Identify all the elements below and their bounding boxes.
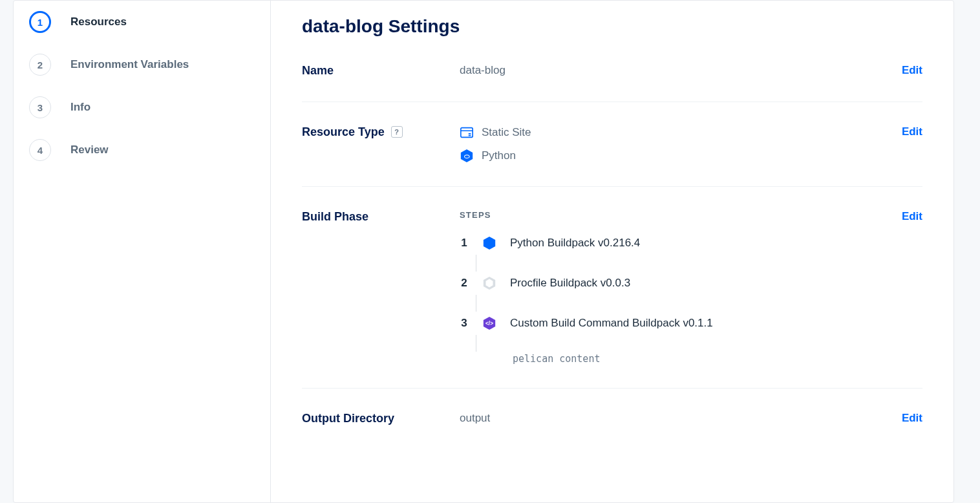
resource-type-values: Static Site ⬭ Python [460, 125, 902, 163]
build-phase-content: STEPS 1 Python Buildpack v0.216.4 [460, 210, 902, 365]
wizard-step-number: 1 [29, 11, 51, 33]
resource-type-static-site: Static Site [460, 125, 902, 140]
wizard-step-info[interactable]: 3 Info [14, 86, 270, 129]
build-step-command: pelican content [513, 353, 902, 365]
build-step-procfile: 2 Procfile Buildpack v0.0.3 [460, 275, 902, 291]
python-icon [482, 235, 497, 251]
wizard-step-number: 4 [29, 139, 51, 161]
help-icon[interactable]: ? [391, 126, 403, 138]
resource-type-text: Python [482, 149, 516, 162]
steps-heading: STEPS [460, 210, 902, 220]
wizard-step-resources[interactable]: 1 Resources [14, 1, 270, 43]
edit-build-phase-button[interactable]: Edit [902, 210, 922, 223]
section-build-phase: Build Phase STEPS 1 Python Buildpack v0.… [302, 210, 922, 389]
wizard-step-label: Review [70, 144, 109, 156]
step-connector [476, 295, 476, 312]
procfile-icon [482, 275, 497, 291]
wizard-step-label: Environment Variables [70, 58, 189, 71]
svg-marker-6 [484, 237, 495, 250]
static-site-icon [460, 125, 474, 140]
section-name: Name data-blog Edit [302, 64, 922, 102]
build-step-python: 1 Python Buildpack v0.216.4 [460, 235, 902, 251]
wizard-stepper: 1 Resources 2 Environment Variables 3 In… [14, 1, 271, 502]
wizard-step-label: Resources [70, 16, 127, 28]
svg-rect-0 [461, 127, 473, 137]
build-step-number: 2 [460, 277, 469, 290]
edit-name-button[interactable]: Edit [902, 64, 922, 77]
resource-type-text: Static Site [482, 126, 531, 139]
section-label-resource-type: Resource Type ? [302, 125, 460, 140]
section-output-directory: Output Directory output Edit [302, 412, 922, 449]
name-value: data-blog [460, 64, 902, 77]
output-directory-value: output [460, 412, 902, 425]
section-resource-type: Resource Type ? Static Si [302, 125, 922, 187]
build-step-name: Python Buildpack v0.216.4 [510, 237, 640, 250]
edit-resource-type-button[interactable]: Edit [902, 125, 922, 138]
page-root: 1 Resources 2 Environment Variables 3 In… [0, 0, 980, 503]
section-label-build-phase: Build Phase [302, 210, 460, 224]
settings-card: 1 Resources 2 Environment Variables 3 In… [13, 0, 954, 503]
svg-text:</>: </> [485, 321, 493, 326]
step-connector [476, 335, 476, 352]
svg-text:⬭: ⬭ [463, 152, 470, 159]
settings-main: data-blog Settings Name data-blog Edit R… [271, 1, 953, 502]
custom-build-icon: </> [482, 316, 497, 331]
build-step-number: 3 [460, 317, 469, 330]
wizard-step-label: Info [70, 101, 91, 114]
section-label-output-directory: Output Directory [302, 412, 460, 426]
python-icon: ⬭ [460, 149, 474, 163]
step-connector [476, 255, 476, 272]
wizard-step-review[interactable]: 4 Review [14, 129, 270, 171]
wizard-step-number: 2 [29, 54, 51, 76]
wizard-step-number: 3 [29, 96, 51, 118]
build-step-name: Custom Build Command Buildpack v0.1.1 [510, 317, 713, 330]
resource-type-label-text: Resource Type [302, 125, 385, 140]
edit-output-directory-button[interactable]: Edit [902, 412, 922, 425]
wizard-step-environment-variables[interactable]: 2 Environment Variables [14, 43, 270, 86]
build-step-name: Procfile Buildpack v0.0.3 [510, 277, 630, 290]
resource-type-python: ⬭ Python [460, 149, 902, 163]
page-title: data-blog Settings [302, 16, 922, 37]
section-label-name: Name [302, 64, 460, 78]
build-step-custom-build: 3 </> Custom Build Command Buildpack v0.… [460, 316, 902, 331]
build-step-number: 1 [460, 237, 469, 250]
